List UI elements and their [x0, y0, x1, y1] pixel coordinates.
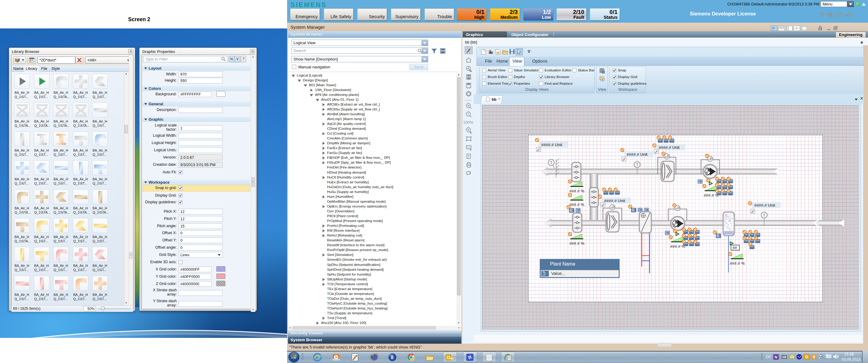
svg-text:e: e: [315, 355, 318, 360]
svg-text:Value...: Value...: [551, 271, 565, 276]
svg-text:O: O: [805, 355, 808, 359]
svg-text:###.# %: ###.# %: [670, 244, 685, 249]
svg-text:Plant Name: Plant Name: [550, 261, 576, 267]
svg-text:##: ##: [733, 245, 737, 250]
svg-text:####.# Unit: ####.# Unit: [659, 145, 680, 150]
svg-text:####.# Unit: ####.# Unit: [626, 152, 647, 157]
svg-text:####.# Unit: ####.# Unit: [754, 203, 775, 208]
svg-text:O: O: [447, 355, 450, 360]
svg-text:###.# %: ###.# %: [569, 189, 585, 193]
svg-text:###.# %: ###.# %: [569, 241, 585, 246]
svg-text:###.# %: ###.# %: [569, 202, 585, 207]
svg-text:####.# Unit: ####.# Unit: [604, 199, 625, 203]
svg-text:N: N: [775, 355, 777, 359]
svg-text:####.# Unit: ####.# Unit: [541, 143, 562, 147]
svg-text:###.# %: ###.# %: [730, 261, 745, 266]
